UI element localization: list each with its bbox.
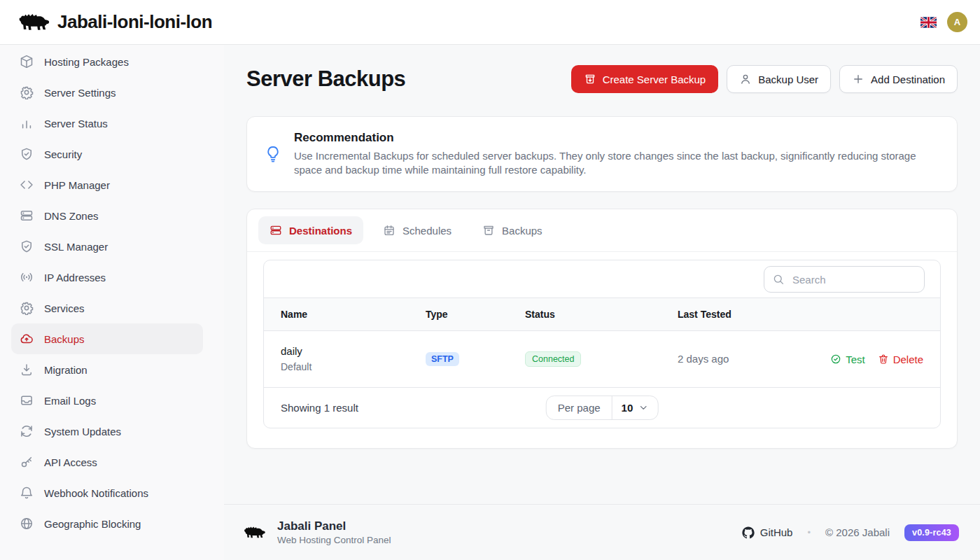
backups-panel: Destinations Schedules Backups (246, 209, 958, 449)
tab-bar: Destinations Schedules Backups (247, 209, 957, 252)
user-icon (739, 73, 752, 85)
destinations-table-card: Name Type Status Last Tested (263, 260, 941, 428)
sidebar-item-webhook-notifications[interactable]: Webhook Notifications (11, 477, 203, 508)
recommendation-title: Recommendation (294, 131, 927, 145)
server-icon (20, 209, 34, 223)
sidebar-item-geographic-blocking[interactable]: Geographic Blocking (11, 508, 203, 539)
chevron-down-icon (638, 402, 648, 413)
sidebar-item-label: System Updates (44, 426, 121, 438)
code-icon (20, 178, 34, 192)
archive-down-icon (584, 73, 596, 85)
sidebar-item-label: Services (44, 302, 85, 314)
table-row: daily Default SFTP Connected 2 days ago (264, 331, 940, 388)
tab-backups[interactable]: Backups (471, 216, 554, 244)
github-icon (742, 526, 755, 539)
calendar-icon (383, 224, 396, 237)
top-header: Jabali-loni-loni-lon A (0, 0, 980, 45)
sidebar-item-label: Backups (44, 333, 85, 345)
backup-user-button[interactable]: Backup User (727, 65, 831, 93)
sidebar-item-email-logs[interactable]: Email Logs (11, 385, 203, 416)
bell-icon (20, 486, 34, 500)
tab-schedules[interactable]: Schedules (372, 216, 463, 244)
check-circle-icon (830, 354, 841, 365)
footer-copyright: © 2026 Jabali (825, 526, 890, 538)
sidebar-item-server-status[interactable]: Server Status (11, 108, 203, 139)
page-title: Server Backups (246, 66, 405, 92)
per-page-label: Per page (547, 396, 612, 419)
footer-brand: Jabali Panel (277, 519, 391, 533)
package-icon (20, 55, 34, 69)
sidebar-item-server-settings[interactable]: Server Settings (11, 77, 203, 108)
button-label: Create Server Backup (603, 74, 706, 85)
sidebar-nav: Hosting Packages Server Settings Server … (0, 45, 224, 560)
column-header-name: Name (264, 298, 409, 331)
globe-icon (20, 517, 34, 531)
sidebar-item-migration[interactable]: Migration (11, 354, 203, 385)
sidebar-item-system-updates[interactable]: System Updates (11, 416, 203, 447)
destination-name: daily (281, 343, 392, 359)
sidebar-item-label: Migration (44, 364, 88, 376)
sidebar-item-ssl-manager[interactable]: SSL Manager (11, 231, 203, 262)
sidebar-item-label: Hosting Packages (44, 56, 129, 68)
page-footer: Jabali Panel Web Hosting Control Panel G… (224, 504, 980, 560)
per-page-value: 10 (622, 402, 634, 414)
footer-separator: • (807, 527, 811, 538)
per-page-select[interactable]: Per page 10 (546, 396, 659, 420)
sidebar-item-php-manager[interactable]: PHP Manager (11, 169, 203, 200)
sidebar-item-label: Geographic Blocking (44, 518, 141, 530)
tab-destinations[interactable]: Destinations (258, 216, 363, 244)
sidebar-item-label: Server Status (44, 118, 108, 130)
table-header-row: Name Type Status Last Tested (264, 298, 940, 331)
sidebar-item-label: Security (44, 148, 82, 160)
archive-icon (482, 224, 495, 237)
test-button[interactable]: Test (830, 354, 865, 365)
recommendation-card: Recommendation Use Incremental Backups f… (246, 116, 958, 192)
destinations-table: Name Type Status Last Tested (264, 298, 940, 387)
server-icon (270, 224, 282, 237)
sidebar-item-label: PHP Manager (44, 179, 110, 191)
sidebar-item-services[interactable]: Services (11, 293, 203, 323)
action-label: Test (846, 354, 865, 365)
sidebar-item-label: IP Addresses (44, 272, 106, 284)
app-title: Jabali-loni-loni-lon (57, 11, 212, 33)
broadcast-icon (20, 270, 34, 284)
type-badge: SFTP (426, 352, 459, 366)
sidebar-item-api-access[interactable]: API Access (11, 447, 203, 477)
uk-flag-icon[interactable] (920, 17, 937, 28)
github-label: GitHub (760, 526, 793, 538)
column-header-status: Status (508, 298, 661, 331)
key-icon (20, 455, 34, 469)
column-header-last-tested: Last Tested (661, 298, 820, 331)
sidebar-item-backups[interactable]: Backups (11, 323, 203, 354)
sidebar-item-label: SSL Manager (44, 241, 108, 253)
sidebar-item-hosting-packages[interactable]: Hosting Packages (11, 46, 203, 77)
search-input[interactable] (764, 266, 925, 293)
refresh-icon (20, 424, 34, 438)
create-server-backup-button[interactable]: Create Server Backup (571, 65, 719, 93)
gear-icon (20, 301, 34, 315)
sidebar-item-dns-zones[interactable]: DNS Zones (11, 200, 203, 231)
tab-label: Backups (502, 225, 542, 237)
user-avatar[interactable]: A (947, 12, 967, 32)
column-header-actions (820, 298, 940, 331)
lightbulb-icon (264, 145, 282, 163)
add-destination-button[interactable]: Add Destination (839, 65, 958, 93)
app-logo[interactable]: Jabali-loni-loni-lon (18, 10, 212, 34)
status-badge: Connected (525, 351, 581, 367)
boar-logo-icon (18, 10, 50, 34)
sidebar-item-security[interactable]: Security (11, 139, 203, 169)
pagination-row: Showing 1 result Per page 10 (264, 387, 940, 428)
main-content: Server Backups Create Server Backup Back… (224, 45, 980, 504)
button-label: Backup User (758, 74, 818, 85)
sidebar-item-ip-addresses[interactable]: IP Addresses (11, 262, 203, 293)
sidebar-item-label: DNS Zones (44, 210, 99, 222)
boar-logo-icon (244, 524, 266, 540)
version-badge[interactable]: v0.9-rc43 (904, 524, 959, 541)
delete-button[interactable]: Delete (878, 354, 923, 365)
download-icon (20, 363, 34, 377)
footer-tagline: Web Hosting Control Panel (277, 533, 391, 547)
github-link[interactable]: GitHub (742, 526, 793, 539)
last-tested-value: 2 days ago (678, 353, 729, 365)
destination-subtitle: Default (281, 359, 392, 375)
search-icon (772, 273, 785, 286)
